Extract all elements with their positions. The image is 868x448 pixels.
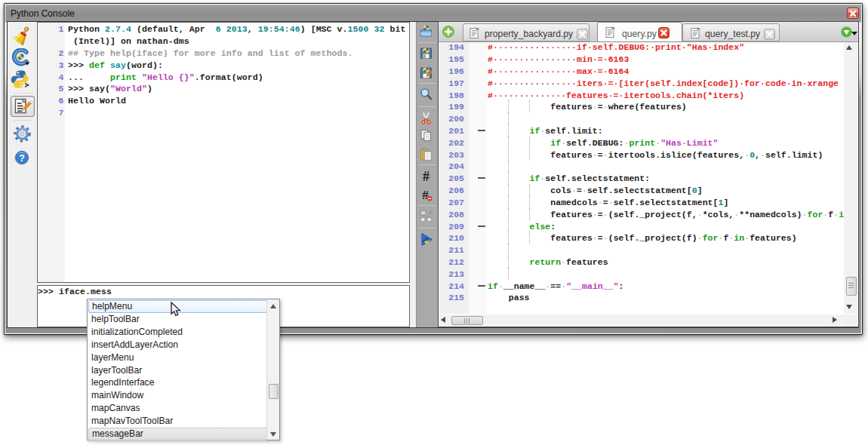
svg-text:#: # [423, 170, 429, 183]
svg-text:abc: abc [429, 210, 432, 215]
svg-text:?: ? [19, 153, 25, 164]
